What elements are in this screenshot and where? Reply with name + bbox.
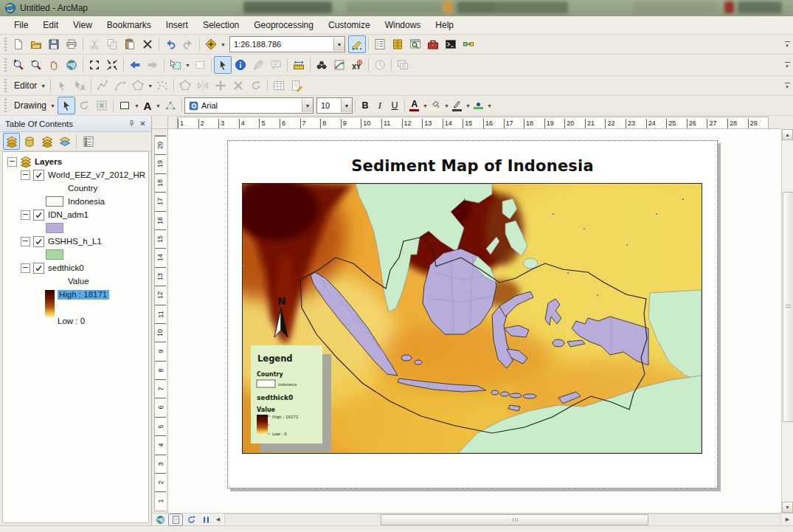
edit-vertices-button[interactable] [162,97,179,114]
horizontal-scroll-thumb[interactable] [381,514,648,525]
select-features-button[interactable] [167,56,184,74]
map-frame[interactable]: N Legend Country Indo [242,183,702,454]
font-color-button[interactable]: A [407,98,422,113]
map-scale-combo[interactable]: 1:26.188.786 ▼ [229,36,345,52]
layer-item-sedthick0[interactable]: sedthick0 [3,261,148,274]
scale-dropdown-caret[interactable]: ▼ [333,38,344,51]
legend-item-indonesia[interactable]: Indonesia [3,195,148,208]
construction-dropdown-caret[interactable]: ▼ [147,77,153,94]
toc-options-button[interactable] [80,133,97,150]
callout-button[interactable] [267,56,285,74]
toolbar-grip[interactable] [4,79,7,92]
cut-polygons-button[interactable] [229,77,247,94]
layer-item-gshhs[interactable]: GSHHS_h_L1 [3,235,148,248]
fill-color-button[interactable] [429,98,443,113]
collapse-icon[interactable] [21,263,30,273]
snap-grid-button[interactable] [93,97,111,114]
arc-segment-button[interactable] [111,77,129,94]
menu-windows[interactable]: Windows [378,18,428,32]
arctoolbox-button[interactable] [424,35,442,53]
ramp-high-label[interactable]: High : 18171 [58,290,109,300]
identify-button[interactable] [232,56,249,74]
collapse-icon[interactable] [21,237,30,246]
viewer-window-button[interactable] [394,56,412,74]
select-elements-button[interactable] [58,97,75,114]
font-combo[interactable]: Arial ▼ [184,97,314,114]
time-slider-button[interactable] [371,56,389,74]
sketch-properties-button[interactable] [288,77,305,94]
layer-checkbox[interactable] [33,236,44,247]
close-icon[interactable]: ✕ [137,118,148,129]
html-popup-button[interactable] [249,56,267,74]
full-extent-button[interactable] [63,56,80,74]
fill-color-caret[interactable]: ▼ [443,97,450,114]
italic-button[interactable]: I [373,98,387,113]
back-extent-button[interactable] [126,56,144,74]
map-legend[interactable]: Legend Country Indonesia sedthick0 Value… [251,345,331,452]
line-color-button[interactable] [450,98,465,113]
redo-button[interactable] [179,35,197,53]
save-button[interactable] [45,35,63,53]
sediment-map[interactable]: N Legend Country Indo [243,184,702,453]
menu-customize[interactable]: Customize [322,18,377,32]
scroll-right-arrow[interactable]: ▶ [782,514,793,525]
toolbar-grip[interactable] [4,99,7,112]
layout-canvas[interactable]: Sediment Map of Indonesia [168,129,781,513]
zoom-in-button[interactable]: + [10,56,27,74]
font-dropdown-caret[interactable]: ▼ [302,99,313,112]
scroll-up-arrow[interactable]: ▲ [782,129,793,140]
menu-insert[interactable]: Insert [159,18,195,32]
menu-help[interactable]: Help [429,18,460,32]
marker-color-caret[interactable]: ▼ [486,97,493,114]
font-color-caret[interactable]: ▼ [422,97,429,114]
scroll-down-arrow[interactable]: ▼ [782,502,793,513]
catalog-window-button[interactable] [389,35,406,53]
list-by-visibility-button[interactable] [38,133,55,150]
add-data-dropdown-caret[interactable]: ▼ [220,36,226,52]
map-title[interactable]: Sediment Map of Indonesia [228,157,717,175]
python-window-button[interactable] [442,35,460,53]
zoom-out-button[interactable]: − [27,56,45,74]
select-elements-button[interactable] [214,56,232,74]
legend-field-value[interactable]: Value [3,274,148,288]
list-by-selection-button[interactable] [56,133,73,150]
toolbar-overflow-button[interactable]: ▾ [783,57,792,73]
list-by-source-button[interactable] [21,133,38,150]
layout-page[interactable]: Sediment Map of Indonesia [227,140,718,488]
clear-selection-button[interactable] [191,56,209,74]
rectangle-shape-button[interactable] [116,97,134,114]
vertical-scrollbar[interactable]: ▲ ▼ [781,129,793,513]
pan-button[interactable] [45,56,63,74]
editor-menu-button[interactable]: Editor▼ [10,79,48,92]
edit-annotation-button[interactable] [71,77,89,94]
toolbar-grip[interactable] [4,58,7,72]
layer-item-world-eez[interactable]: World_EEZ_v7_2012_HR [3,168,148,182]
green-swatch[interactable] [46,249,63,260]
cut-button[interactable] [86,35,103,53]
new-document-button[interactable] [10,35,27,53]
layout-view-button[interactable] [168,514,183,526]
pin-icon[interactable] [126,118,137,129]
open-button[interactable] [27,35,45,53]
data-view-button[interactable] [153,514,167,525]
move-button[interactable] [212,77,229,94]
marker-color-button[interactable] [471,98,486,113]
rotate-element-button[interactable] [75,97,93,114]
measure-button[interactable] [290,56,308,74]
toolbar-overflow-button[interactable]: ▾ [783,77,792,94]
toolbar-grip[interactable] [4,38,7,51]
pause-drawing-button[interactable] [199,514,212,525]
fixed-zoom-out-button[interactable] [103,56,121,74]
underline-button[interactable]: U [387,98,402,113]
point-cluster-button[interactable] [153,77,171,94]
menu-selection[interactable]: Selection [196,18,246,32]
fixed-zoom-in-button[interactable] [86,56,103,74]
layer-checkbox[interactable] [33,263,44,274]
hollow-swatch[interactable] [46,196,63,207]
edit-tool-button[interactable] [53,77,71,94]
toolbar-overflow-button[interactable]: ▾ [783,36,792,52]
vertical-scroll-thumb[interactable] [783,192,793,422]
layer-checkbox[interactable] [33,210,44,221]
find-button[interactable] [313,56,330,74]
add-data-button[interactable] [202,35,220,53]
